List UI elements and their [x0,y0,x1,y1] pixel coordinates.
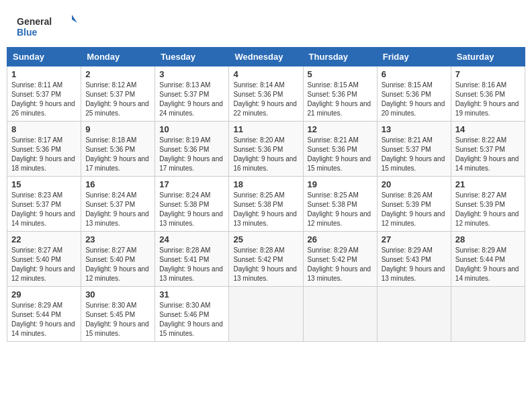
day-info: Sunrise: 8:29 AMSunset: 5:44 PMDaylight:… [11,301,77,338]
calendar-day-27: 27 Sunrise: 8:29 AMSunset: 5:43 PMDaylig… [377,232,451,287]
svg-text:Blue: Blue [17,27,38,38]
day-info: Sunrise: 8:28 AMSunset: 5:42 PMDaylight:… [233,246,298,283]
day-info: Sunrise: 8:20 AMSunset: 5:36 PMDaylight:… [233,136,298,173]
day-info: Sunrise: 8:21 AMSunset: 5:36 PMDaylight:… [308,136,373,173]
day-info: Sunrise: 8:27 AMSunset: 5:39 PMDaylight:… [455,191,521,228]
calendar-day-29: 29 Sunrise: 8:29 AMSunset: 5:44 PMDaylig… [7,287,81,342]
col-header-friday: Friday [377,48,451,66]
calendar-day-26: 26 Sunrise: 8:29 AMSunset: 5:42 PMDaylig… [303,232,377,287]
day-number: 14 [455,124,521,134]
calendar-day-19: 19 Sunrise: 8:25 AMSunset: 5:38 PMDaylig… [303,177,377,232]
day-number: 10 [159,124,224,134]
day-info: Sunrise: 8:13 AMSunset: 5:37 PMDaylight:… [159,81,224,118]
day-info: Sunrise: 8:22 AMSunset: 5:37 PMDaylight:… [455,136,521,173]
calendar-day-14: 14 Sunrise: 8:22 AMSunset: 5:37 PMDaylig… [451,122,525,177]
calendar-day-10: 10 Sunrise: 8:19 AMSunset: 5:36 PMDaylig… [155,122,229,177]
calendar-day-31: 31 Sunrise: 8:30 AMSunset: 5:46 PMDaylig… [155,287,229,342]
day-info: Sunrise: 8:29 AMSunset: 5:44 PMDaylight:… [455,246,521,283]
calendar-day-5: 5 Sunrise: 8:15 AMSunset: 5:36 PMDayligh… [303,66,377,122]
day-number: 12 [308,124,373,134]
calendar-week-2: 8 Sunrise: 8:17 AMSunset: 5:36 PMDayligh… [7,122,525,177]
col-header-sunday: Sunday [7,48,81,66]
day-number: 11 [233,124,298,134]
day-info: Sunrise: 8:21 AMSunset: 5:37 PMDaylight:… [382,136,447,173]
day-number: 26 [308,234,373,244]
day-info: Sunrise: 8:27 AMSunset: 5:40 PMDaylight:… [11,246,77,283]
calendar-day-9: 9 Sunrise: 8:18 AMSunset: 5:36 PMDayligh… [81,122,155,177]
day-info: Sunrise: 8:29 AMSunset: 5:42 PMDaylight:… [308,246,373,283]
day-info: Sunrise: 8:24 AMSunset: 5:37 PMDaylight:… [85,191,150,228]
calendar-day-1: 1 Sunrise: 8:11 AMSunset: 5:37 PMDayligh… [7,66,81,122]
day-number: 19 [308,179,373,189]
calendar-day-6: 6 Sunrise: 8:15 AMSunset: 5:36 PMDayligh… [377,66,451,122]
calendar-day-24: 24 Sunrise: 8:28 AMSunset: 5:41 PMDaylig… [155,232,229,287]
day-info: Sunrise: 8:12 AMSunset: 5:37 PMDaylight:… [85,81,150,118]
day-info: Sunrise: 8:27 AMSunset: 5:40 PMDaylight:… [85,246,150,283]
day-number: 15 [11,179,77,189]
calendar-day-18: 18 Sunrise: 8:25 AMSunset: 5:38 PMDaylig… [229,177,303,232]
day-info: Sunrise: 8:11 AMSunset: 5:37 PMDaylight:… [11,81,77,118]
day-number: 2 [85,69,150,79]
day-number: 17 [159,179,224,189]
day-number: 7 [455,69,521,79]
calendar-day-2: 2 Sunrise: 8:12 AMSunset: 5:37 PMDayligh… [81,66,155,122]
day-number: 13 [382,124,447,134]
day-number: 28 [455,234,521,244]
empty-cell [451,287,525,342]
calendar-header-row: SundayMondayTuesdayWednesdayThursdayFrid… [7,48,525,66]
col-header-thursday: Thursday [303,48,377,66]
day-number: 25 [233,234,298,244]
day-info: Sunrise: 8:23 AMSunset: 5:37 PMDaylight:… [11,191,77,228]
day-info: Sunrise: 8:19 AMSunset: 5:36 PMDaylight:… [159,136,224,173]
day-number: 16 [85,179,150,189]
day-number: 23 [85,234,150,244]
day-number: 4 [233,69,298,79]
col-header-tuesday: Tuesday [155,48,229,66]
day-info: Sunrise: 8:26 AMSunset: 5:39 PMDaylight:… [382,191,447,228]
day-info: Sunrise: 8:30 AMSunset: 5:45 PMDaylight:… [85,301,150,338]
day-info: Sunrise: 8:30 AMSunset: 5:46 PMDaylight:… [159,301,224,338]
col-header-wednesday: Wednesday [229,48,303,66]
day-number: 22 [11,234,77,244]
calendar-day-3: 3 Sunrise: 8:13 AMSunset: 5:37 PMDayligh… [155,66,229,122]
calendar-day-13: 13 Sunrise: 8:21 AMSunset: 5:37 PMDaylig… [377,122,451,177]
calendar-day-12: 12 Sunrise: 8:21 AMSunset: 5:36 PMDaylig… [303,122,377,177]
calendar-table: SundayMondayTuesdayWednesdayThursdayFrid… [7,47,525,342]
calendar-day-28: 28 Sunrise: 8:29 AMSunset: 5:44 PMDaylig… [451,232,525,287]
calendar-day-16: 16 Sunrise: 8:24 AMSunset: 5:37 PMDaylig… [81,177,155,232]
day-info: Sunrise: 8:16 AMSunset: 5:36 PMDaylight:… [455,81,521,118]
calendar-day-15: 15 Sunrise: 8:23 AMSunset: 5:37 PMDaylig… [7,177,81,232]
day-number: 27 [382,234,447,244]
day-info: Sunrise: 8:25 AMSunset: 5:38 PMDaylight:… [233,191,298,228]
day-number: 3 [159,69,224,79]
day-number: 30 [85,289,150,300]
day-number: 8 [11,124,77,134]
day-number: 1 [11,69,77,79]
calendar-week-3: 15 Sunrise: 8:23 AMSunset: 5:37 PMDaylig… [7,177,525,232]
calendar-day-11: 11 Sunrise: 8:20 AMSunset: 5:36 PMDaylig… [229,122,303,177]
day-number: 31 [159,289,224,300]
day-number: 9 [85,124,150,134]
day-info: Sunrise: 8:15 AMSunset: 5:36 PMDaylight:… [308,81,373,118]
calendar-day-8: 8 Sunrise: 8:17 AMSunset: 5:36 PMDayligh… [7,122,81,177]
calendar-week-5: 29 Sunrise: 8:29 AMSunset: 5:44 PMDaylig… [7,287,525,342]
day-info: Sunrise: 8:25 AMSunset: 5:38 PMDaylight:… [308,191,373,228]
day-info: Sunrise: 8:17 AMSunset: 5:36 PMDaylight:… [11,136,77,173]
calendar-day-21: 21 Sunrise: 8:27 AMSunset: 5:39 PMDaylig… [451,177,525,232]
day-number: 29 [11,289,77,300]
calendar-week-4: 22 Sunrise: 8:27 AMSunset: 5:40 PMDaylig… [7,232,525,287]
day-number: 5 [308,69,373,79]
svg-marker-1 [72,15,77,23]
empty-cell [377,287,451,342]
day-info: Sunrise: 8:18 AMSunset: 5:36 PMDaylight:… [85,136,150,173]
calendar-day-4: 4 Sunrise: 8:14 AMSunset: 5:36 PMDayligh… [229,66,303,122]
calendar-day-22: 22 Sunrise: 8:27 AMSunset: 5:40 PMDaylig… [7,232,81,287]
day-number: 24 [159,234,224,244]
calendar-day-17: 17 Sunrise: 8:24 AMSunset: 5:38 PMDaylig… [155,177,229,232]
day-info: Sunrise: 8:24 AMSunset: 5:38 PMDaylight:… [159,191,224,228]
day-number: 18 [233,179,298,189]
empty-cell [303,287,377,342]
day-info: Sunrise: 8:15 AMSunset: 5:36 PMDaylight:… [382,81,447,118]
col-header-monday: Monday [81,48,155,66]
day-number: 21 [455,179,521,189]
